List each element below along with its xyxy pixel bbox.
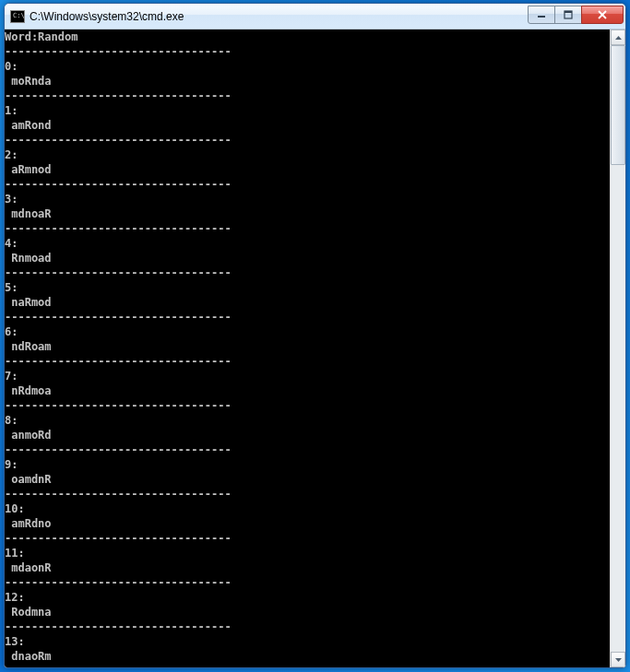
client-area: Word:Random-----------------------------…: [5, 29, 625, 667]
svg-rect-0: [538, 16, 545, 18]
console-index: 0:: [5, 59, 610, 74]
console-permutation: moRnda: [5, 74, 610, 88]
console-divider: ----------------------------------: [5, 310, 610, 324]
console-divider: ----------------------------------: [5, 442, 610, 457]
console-index: 9:: [5, 457, 610, 472]
console-index: 7:: [5, 369, 610, 383]
console-permutation: mdaonR: [5, 560, 610, 575]
console-index: 3:: [5, 192, 610, 206]
console-divider: ----------------------------------: [5, 487, 610, 501]
console-divider: ----------------------------------: [5, 44, 610, 59]
console-divider: ----------------------------------: [5, 354, 610, 369]
close-button[interactable]: [581, 6, 624, 24]
titlebar[interactable]: C:\Windows\system32\cmd.exe: [5, 4, 625, 29]
console-permutation: ndRoam: [5, 339, 610, 354]
console-permutation: amRond: [5, 118, 610, 133]
console-divider: ----------------------------------: [5, 398, 610, 413]
console-divider: ----------------------------------: [5, 265, 610, 280]
console-index: 5:: [5, 280, 610, 295]
scroll-track[interactable]: [611, 45, 625, 652]
window-title: C:\Windows\system32\cmd.exe: [30, 10, 529, 23]
console-index: 4:: [5, 236, 610, 251]
cmd-window: C:\Windows\system32\cmd.exe Word:Random-…: [4, 3, 626, 668]
console-index: 11:: [5, 546, 610, 560]
console-divider: ----------------------------------: [5, 133, 610, 147]
maximize-button[interactable]: [554, 6, 582, 24]
console-divider: ----------------------------------: [5, 531, 610, 546]
console-permutation: dnaoRm: [5, 649, 610, 664]
console-permutation: naRmod: [5, 295, 610, 310]
console-permutation: Rnmoad: [5, 251, 610, 265]
svg-rect-2: [565, 11, 572, 13]
console-header: Word:Random: [5, 29, 610, 44]
console-divider: ----------------------------------: [5, 88, 610, 103]
console-permutation: aRmnod: [5, 162, 610, 177]
console-permutation: anmoRd: [5, 428, 610, 442]
console-index: 12:: [5, 590, 610, 605]
console-divider: ----------------------------------: [5, 575, 610, 590]
scroll-down-button[interactable]: [611, 652, 625, 667]
console-divider: ----------------------------------: [5, 664, 610, 667]
console-output: Word:Random-----------------------------…: [5, 29, 610, 667]
scroll-up-button[interactable]: [611, 29, 625, 45]
console-divider: ----------------------------------: [5, 221, 610, 236]
scrollbar[interactable]: [610, 29, 625, 667]
console-index: 8:: [5, 413, 610, 428]
console-permutation: nRdmoa: [5, 383, 610, 398]
console-index: 13:: [5, 634, 610, 649]
scroll-thumb[interactable]: [611, 45, 625, 165]
console-index: 6:: [5, 324, 610, 339]
console-permutation: Rodmna: [5, 605, 610, 619]
console-index: 2:: [5, 147, 610, 162]
console-divider: ----------------------------------: [5, 177, 610, 192]
console-permutation: amRdno: [5, 516, 610, 531]
console-index: 10:: [5, 501, 610, 516]
console-index: 1:: [5, 103, 610, 118]
console-permutation: oamdnR: [5, 472, 610, 487]
cmd-icon: [10, 10, 25, 23]
minimize-button[interactable]: [528, 6, 555, 24]
console-permutation: mdnoaR: [5, 206, 610, 221]
window-controls: [529, 6, 624, 24]
console-divider: ----------------------------------: [5, 619, 610, 634]
